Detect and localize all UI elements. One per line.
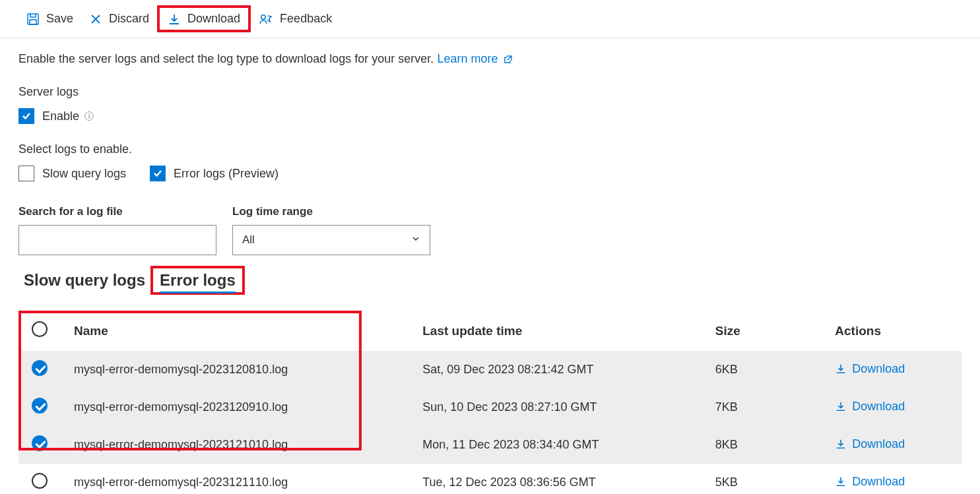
search-input[interactable]	[18, 225, 216, 255]
row-checkbox[interactable]	[32, 398, 48, 414]
row-download-label: Download	[852, 475, 905, 489]
save-button[interactable]: Save	[26, 12, 73, 26]
save-label: Save	[46, 12, 73, 26]
feedback-button[interactable]: Feedback	[259, 12, 332, 26]
learn-more-link[interactable]: Learn more	[437, 52, 513, 65]
toolbar: Save Discard Download Feedback	[0, 0, 980, 38]
row-checkbox[interactable]	[32, 435, 48, 451]
range-label: Log time range	[232, 205, 430, 218]
enable-text: Enable	[42, 109, 79, 123]
row-name: mysql-error-demomysql-2023120810.log	[61, 351, 409, 388]
logs-table: Name Last update time Size Actions mysql…	[18, 311, 962, 494]
enable-checkbox[interactable]	[18, 108, 34, 124]
feedback-label: Feedback	[280, 12, 332, 26]
row-download-label: Download	[852, 400, 905, 414]
discard-button[interactable]: Discard	[89, 12, 149, 26]
row-download-label: Download	[852, 362, 905, 376]
content: Enable the server logs and select the lo…	[0, 38, 980, 494]
download-icon	[168, 13, 181, 26]
row-checkbox[interactable]	[32, 473, 48, 489]
col-name[interactable]: Name	[61, 311, 409, 351]
chevron-down-icon	[411, 233, 420, 247]
enable-label: Enable i	[42, 109, 94, 123]
row-size: 8KB	[702, 426, 822, 464]
row-download-link[interactable]: Download	[835, 362, 905, 376]
row-name: mysql-error-demomysql-2023121110.log	[61, 464, 409, 494]
save-icon	[26, 13, 40, 26]
row-time: Tue, 12 Dec 2023 08:36:56 GMT	[409, 464, 702, 494]
table-row[interactable]: mysql-error-demomysql-2023120810.log Sat…	[18, 351, 962, 388]
row-size: 7KB	[702, 388, 822, 426]
select-logs-heading: Select logs to enable.	[18, 142, 962, 156]
download-button[interactable]: Download	[157, 5, 251, 32]
error-logs-checkbox[interactable]	[150, 166, 166, 181]
slow-query-label: Slow query logs	[42, 167, 126, 181]
row-name: mysql-error-demomysql-2023121010.log	[61, 426, 409, 464]
row-name: mysql-error-demomysql-2023120910.log	[61, 388, 409, 426]
intro-copy: Enable the server logs and select the lo…	[18, 52, 434, 65]
discard-label: Discard	[109, 12, 149, 26]
search-label: Search for a log file	[18, 205, 216, 218]
enable-checkbox-row: Enable i	[18, 108, 94, 124]
table-row[interactable]: mysql-error-demomysql-2023121010.log Mon…	[18, 426, 962, 464]
table-row[interactable]: mysql-error-demomysql-2023120910.log Sun…	[18, 388, 962, 426]
svg-point-2	[261, 15, 265, 18]
learn-more-label: Learn more	[437, 52, 498, 65]
filters: Search for a log file Log time range All	[18, 205, 962, 255]
server-logs-heading: Server logs	[18, 85, 962, 99]
row-time: Sun, 10 Dec 2023 08:27:10 GMT	[409, 388, 702, 426]
row-download-label: Download	[852, 437, 905, 451]
feedback-icon	[259, 13, 273, 26]
close-icon	[89, 13, 102, 26]
row-size: 6KB	[702, 351, 822, 388]
time-range-select[interactable]: All	[232, 225, 430, 255]
table-row[interactable]: mysql-error-demomysql-2023121110.log Tue…	[18, 464, 962, 494]
row-time: Mon, 11 Dec 2023 08:34:40 GMT	[409, 426, 702, 464]
tab-slow-query[interactable]: Slow query logs	[24, 268, 145, 292]
tab-error-logs[interactable]: Error logs	[160, 268, 236, 293]
error-logs-label: Error logs (Preview)	[174, 167, 278, 181]
time-range-value: All	[242, 233, 255, 247]
select-all-checkbox[interactable]	[32, 321, 48, 337]
col-time[interactable]: Last update time	[409, 311, 702, 351]
row-download-link[interactable]: Download	[835, 400, 905, 414]
intro-text: Enable the server logs and select the lo…	[18, 51, 962, 67]
log-type-checkboxes: Slow query logs Error logs (Preview)	[18, 166, 278, 181]
svg-rect-1	[30, 20, 36, 24]
col-actions: Actions	[822, 311, 962, 351]
slow-query-checkbox[interactable]	[18, 166, 34, 181]
col-size[interactable]: Size	[702, 311, 822, 351]
row-time: Sat, 09 Dec 2023 08:21:42 GMT	[409, 351, 702, 388]
download-label: Download	[187, 12, 240, 26]
row-size: 5KB	[702, 464, 822, 494]
row-download-link[interactable]: Download	[835, 437, 905, 451]
table-wrap: Name Last update time Size Actions mysql…	[18, 311, 962, 494]
log-tabs: Slow query logs Error logs	[24, 268, 962, 292]
info-icon[interactable]: i	[84, 111, 94, 121]
row-download-link[interactable]: Download	[835, 475, 905, 489]
row-checkbox[interactable]	[32, 360, 48, 376]
